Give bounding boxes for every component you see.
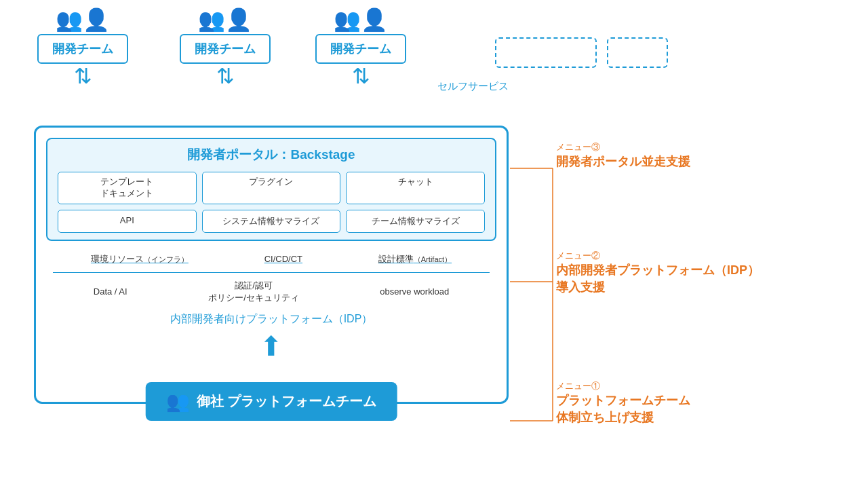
self-service-label: セルフサービス <box>437 80 509 93</box>
idp-section: 環境リソース（インフラ） CI/CD/CT 設計標準（Artifact） Dat… <box>46 253 496 326</box>
people-icon-3: 👥👤 <box>334 7 388 33</box>
up-arrow-platform: ⬆ <box>260 333 283 360</box>
dev-portal-box: 開発者ポータル：Backstage テンプレートドキュメント プラグイン チャッ… <box>46 138 496 241</box>
platform-people-icon: 👥 <box>166 390 190 413</box>
menu-2-title: 内部開発者プラットフォーム（IDP）導入支援 <box>556 262 760 296</box>
arrow-3: ⇅ <box>352 67 370 86</box>
platform-team-box: 👥 御社 プラットフォームチーム <box>146 382 397 421</box>
main-container: 👥👤 開発チーム ⇅ 👥👤 開発チーム ⇅ 👥👤 開発チーム ⇅ セルフサービス <box>0 0 868 488</box>
idp-item-auth: 認証/認可ポリシー/セキュリティ <box>208 280 299 304</box>
arrow-2: ⇅ <box>216 67 235 86</box>
idp-row1: 環境リソース（インフラ） CI/CD/CT 設計標準（Artifact） <box>53 253 490 273</box>
portal-grid-row1: テンプレートドキュメント プラグイン チャット <box>58 172 485 204</box>
dashed-box-2 <box>607 37 668 68</box>
portal-cell-api: API <box>58 210 197 233</box>
portal-cell-teaminfo: チーム情報サマライズ <box>346 210 485 233</box>
dev-portal-title: 開発者ポータル：Backstage <box>58 146 485 164</box>
portal-cell-plugin: プラグイン <box>202 172 341 204</box>
portal-grid-row2: API システム情報サマライズ チーム情報サマライズ <box>58 210 485 233</box>
dev-team-box-3: 開発チーム <box>315 34 406 64</box>
idp-footer-label: 内部開発者向けプラットフォーム（IDP） <box>53 312 490 326</box>
menu-1-number: メニュー① <box>556 380 690 392</box>
menu-1-title: プラットフォームチーム体制立ち上げ支援 <box>556 392 690 426</box>
dev-team-2: 👥👤 開発チーム ⇅ <box>180 7 271 86</box>
dashed-boxes <box>495 37 668 68</box>
menu-item-3: メニュー③ 開発者ポータル並走支援 <box>556 141 690 170</box>
people-icon-1: 👥👤 <box>56 7 110 33</box>
idp-item-infra: 環境リソース（インフラ） <box>91 253 189 265</box>
portal-cell-template: テンプレートドキュメント <box>58 172 197 204</box>
platform-outer-box: 開発者ポータル：Backstage テンプレートドキュメント プラグイン チャッ… <box>34 126 509 404</box>
menu-2-number: メニュー② <box>556 250 760 262</box>
dev-team-3: 👥👤 開発チーム ⇅ <box>315 7 406 86</box>
people-icon-2: 👥👤 <box>198 7 252 33</box>
idp-item-design: 設計標準（Artifact） <box>378 253 452 265</box>
dashed-box-1 <box>495 37 597 68</box>
dev-team-box-2: 開発チーム <box>180 34 271 64</box>
idp-row2: Data / AI 認証/認可ポリシー/セキュリティ observe workl… <box>53 280 490 304</box>
portal-cell-chat: チャット <box>346 172 485 204</box>
dev-team-1: 👥👤 開発チーム ⇅ <box>37 7 128 86</box>
dev-team-box-1: 開発チーム <box>37 34 128 64</box>
menu-item-1: メニュー① プラットフォームチーム体制立ち上げ支援 <box>556 380 690 426</box>
idp-item-observe: observe workload <box>380 286 449 297</box>
idp-item-cicd: CI/CD/CT <box>264 254 302 264</box>
menu-3-title: 開発者ポータル並走支援 <box>556 153 690 170</box>
arrow-1: ⇅ <box>74 67 92 86</box>
portal-cell-sysinfo: システム情報サマライズ <box>202 210 341 233</box>
menu-3-number: メニュー③ <box>556 141 690 153</box>
idp-item-data: Data / AI <box>94 286 127 297</box>
menu-item-2: メニュー② 内部開発者プラットフォーム（IDP）導入支援 <box>556 250 760 296</box>
